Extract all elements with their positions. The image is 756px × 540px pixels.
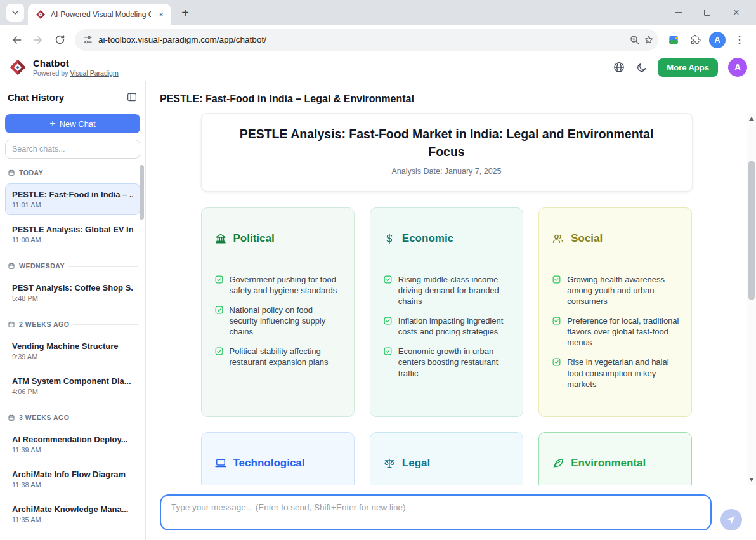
- collapse-sidebar-button[interactable]: [126, 91, 138, 103]
- app-title: Chatbot: [33, 58, 119, 69]
- browser-tab[interactable]: AI-Powered Visual Modeling Ch ×: [28, 4, 171, 25]
- card-social: Social Growing health awareness among yo…: [538, 207, 692, 417]
- people-icon: [552, 232, 564, 245]
- message-composer: [146, 485, 756, 540]
- calendar-icon: [8, 262, 15, 270]
- chat-item-time: 4:06 PM: [12, 388, 133, 395]
- chat-item-time: 11:38 AM: [12, 481, 133, 489]
- window-minimize-button[interactable]: [663, 0, 693, 25]
- address-bar[interactable]: ai-toolbox.visual-paradigm.com/app/chatb…: [75, 29, 658, 51]
- card-technological: Technological: [201, 432, 355, 485]
- section-label: 3 WEEKS AGO: [19, 414, 69, 421]
- chat-history-item[interactable]: ArchiMate Info Flow Diagram 11:38 AM: [5, 463, 140, 495]
- card-title: Technological: [233, 457, 305, 470]
- card-point: Economic growth in urban centers boostin…: [383, 346, 510, 378]
- tune-icon: [82, 34, 93, 45]
- card-title: Social: [571, 232, 603, 245]
- browser-toolbar: ai-toolbox.visual-paradigm.com/app/chatb…: [0, 25, 756, 54]
- card-point: Inflation impacting ingredient costs and…: [383, 315, 510, 337]
- paper-plane-icon: [726, 515, 736, 525]
- check-square-icon: [214, 346, 224, 367]
- card-title: Legal: [402, 457, 430, 470]
- report-date: Analysis Date: January 7, 2025: [221, 167, 673, 176]
- card-point-text: Government pushing for food safety and h…: [230, 274, 341, 296]
- chat-history-item[interactable]: ATM System Component Dia... 4:06 PM: [5, 370, 140, 402]
- card-point: Political stability affecting restaurant…: [214, 346, 341, 367]
- moon-icon: [635, 62, 648, 74]
- dollar-icon: [383, 232, 396, 245]
- card-point: National policy on food security influen…: [214, 305, 341, 337]
- laptop-icon: [214, 457, 227, 470]
- chat-history-item[interactable]: Vending Machine Structure 9:39 AM: [5, 335, 140, 367]
- forward-button[interactable]: [28, 30, 48, 50]
- scrollbar-thumb[interactable]: [748, 161, 755, 300]
- chat-history-item[interactable]: AI Recommendation Deploy... 11:39 AM: [5, 428, 140, 460]
- new-tab-button[interactable]: +: [176, 4, 194, 22]
- theme-toggle-button[interactable]: [635, 62, 648, 74]
- language-button[interactable]: [613, 61, 625, 74]
- main-scrollbar[interactable]: [747, 113, 756, 485]
- arrow-left-icon: [10, 34, 23, 46]
- sidebar-panel-icon: [126, 91, 138, 103]
- back-button[interactable]: [6, 30, 27, 50]
- extension-shortcut-button[interactable]: [663, 30, 684, 50]
- chat-history-item[interactable]: ArchiMate Knowledge Mana... 11:35 AM: [5, 498, 140, 530]
- card-point: Growing health awareness among youth and…: [552, 274, 679, 306]
- chat-item-time: 11:39 AM: [12, 446, 133, 454]
- chat-item-title: PEST Analysis: Coffee Shop S...: [12, 283, 133, 293]
- chevron-down-icon: [10, 8, 20, 18]
- globe-icon: [613, 61, 625, 74]
- new-chat-button[interactable]: + New Chat: [5, 114, 140, 133]
- card-point-text: Political stability affecting restaurant…: [230, 346, 341, 367]
- chat-history-item[interactable]: PEST Analysis: Coffee Shop S... 5:48 PM: [5, 277, 140, 308]
- window-maximize-button[interactable]: [693, 0, 722, 25]
- star-icon: [643, 34, 655, 46]
- section-header-3-weeks-ago: 3 WEEKS AGO: [0, 405, 145, 425]
- card-point: Preference for local, traditional flavor…: [552, 315, 679, 348]
- chat-item-title: ArchiMate Info Flow Diagram: [12, 470, 133, 479]
- check-square-icon: [214, 275, 224, 296]
- plus-icon: +: [49, 119, 55, 129]
- visual-paradigm-link[interactable]: Visual Paradigm: [70, 69, 118, 77]
- tab-close-icon[interactable]: ×: [156, 10, 166, 20]
- calendar-icon: [8, 169, 15, 176]
- chat-history-item[interactable]: PESTLE: Fast-Food in India – ... 11:01 A…: [5, 183, 140, 215]
- site-info-button[interactable]: [82, 34, 93, 45]
- report-title: PESTLE Analysis: Fast-Food Market in Ind…: [221, 125, 673, 161]
- section-header-2-weeks-ago: 2 WEEKS AGO: [0, 312, 145, 332]
- refresh-button[interactable]: [49, 30, 70, 50]
- tab-search-button[interactable]: [6, 4, 24, 22]
- send-button[interactable]: [720, 509, 742, 530]
- section-header-today: TODAY: [0, 160, 145, 180]
- scroll-down-arrow[interactable]: [749, 478, 754, 482]
- zoom-indicator-button[interactable]: [629, 34, 641, 46]
- sidebar-scrollbar-thumb[interactable]: [140, 165, 144, 220]
- card-point-text: Inflation impacting ingredient costs and…: [398, 315, 510, 337]
- app-user-avatar[interactable]: A: [728, 58, 747, 77]
- leaf-icon: [552, 457, 564, 470]
- scroll-up-arrow[interactable]: [749, 117, 754, 121]
- section-header-wednesday: WEDNESDAY: [0, 253, 145, 273]
- window-close-button[interactable]: ×: [722, 0, 751, 25]
- sidebar-title: Chat History: [8, 92, 64, 103]
- chat-main: PESTLE: Fast-Food in India – Legal & Env…: [146, 81, 756, 540]
- new-chat-label: New Chat: [60, 119, 96, 129]
- section-label: 2 WEEKS AGO: [19, 320, 69, 328]
- card-title: Environmental: [571, 457, 646, 470]
- card-environmental: Environmental: [538, 432, 692, 485]
- section-label: TODAY: [19, 169, 43, 176]
- card-point-text: Growing health awareness among youth and…: [567, 274, 679, 306]
- browser-profile-avatar[interactable]: A: [709, 32, 726, 48]
- message-input[interactable]: [160, 494, 712, 530]
- chat-history-item[interactable]: PESTLE Analysis: Global EV In... 11:00 A…: [5, 218, 140, 250]
- browser-window: AI-Powered Visual Modeling Ch × + × ai-t…: [0, 0, 756, 540]
- card-point-text: National policy on food security influen…: [230, 305, 341, 337]
- search-chats-input[interactable]: [5, 140, 140, 159]
- more-apps-button[interactable]: More Apps: [658, 58, 718, 77]
- bookmark-star-button[interactable]: [643, 34, 655, 46]
- browser-menu-button[interactable]: [729, 30, 750, 50]
- chat-item-time: 11:00 AM: [12, 236, 133, 244]
- powered-by: Powered by Visual Paradigm: [33, 69, 119, 77]
- check-square-icon: [383, 346, 393, 378]
- extensions-button[interactable]: [685, 30, 705, 50]
